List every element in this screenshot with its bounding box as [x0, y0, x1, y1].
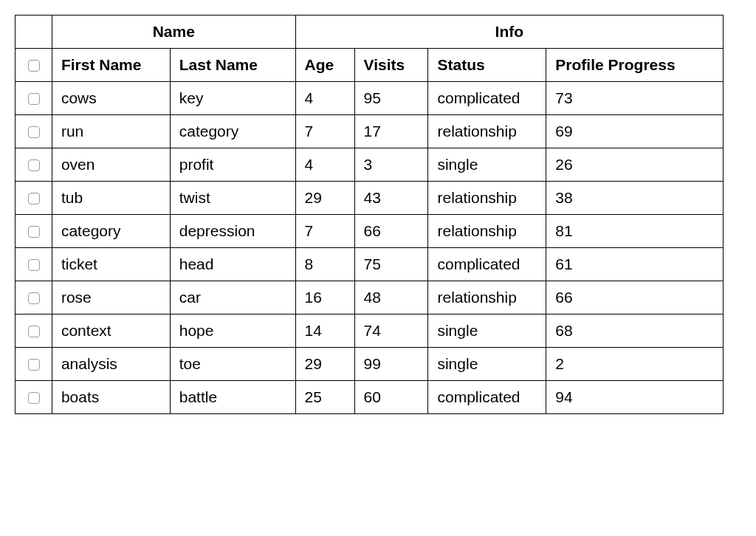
cell-last-name: car	[170, 281, 295, 315]
row-select-cell	[16, 215, 52, 248]
table-row: boatsbattle2560complicated94	[16, 381, 724, 414]
cell-age: 4	[295, 82, 354, 115]
cell-profile-progress: 81	[546, 215, 724, 248]
table-row: contexthope1474single68	[16, 315, 724, 348]
cell-status: relationship	[428, 115, 546, 148]
cell-profile-progress: 61	[546, 248, 724, 281]
cell-profile-progress: 26	[546, 148, 724, 182]
cell-status: single	[428, 348, 546, 381]
cell-visits: 66	[354, 215, 428, 248]
cell-visits: 17	[354, 115, 428, 148]
cell-status: single	[428, 315, 546, 348]
cell-age: 29	[295, 348, 354, 381]
data-table: NameInfoFirst NameLast NameAgeVisitsStat…	[15, 15, 724, 414]
cell-age: 25	[295, 381, 354, 414]
cell-visits: 99	[354, 348, 428, 381]
empty-header-cell	[16, 16, 52, 49]
cell-first-name: boats	[52, 381, 170, 414]
cell-last-name: battle	[170, 381, 295, 414]
group-header-info: Info	[295, 16, 723, 49]
row-select-cell	[16, 381, 52, 414]
table-row: cowskey495complicated73	[16, 82, 724, 115]
cell-visits: 43	[354, 182, 428, 215]
column-header-status: Status	[428, 49, 546, 82]
cell-age: 7	[295, 215, 354, 248]
cell-age: 4	[295, 148, 354, 182]
cell-age: 8	[295, 248, 354, 281]
cell-age: 7	[295, 115, 354, 148]
cell-last-name: toe	[170, 348, 295, 381]
cell-first-name: oven	[52, 148, 170, 182]
cell-status: complicated	[428, 381, 546, 414]
row-select-checkbox[interactable]	[28, 259, 40, 271]
table-row: ovenprofit43single26	[16, 148, 724, 182]
cell-status: relationship	[428, 281, 546, 315]
cell-visits: 95	[354, 82, 428, 115]
cell-first-name: tub	[52, 182, 170, 215]
group-header-name: Name	[52, 16, 295, 49]
table-body: cowskey495complicated73runcategory717rel…	[16, 82, 724, 414]
cell-first-name: cows	[52, 82, 170, 115]
cell-last-name: category	[170, 115, 295, 148]
group-header-row: NameInfo	[16, 16, 724, 49]
column-header-age: Age	[295, 49, 354, 82]
cell-age: 29	[295, 182, 354, 215]
cell-profile-progress: 73	[546, 82, 724, 115]
row-select-checkbox[interactable]	[28, 159, 40, 171]
table-row: tickethead875complicated61	[16, 248, 724, 281]
row-select-checkbox[interactable]	[28, 326, 40, 337]
cell-status: single	[428, 148, 546, 182]
cell-visits: 3	[354, 148, 428, 182]
cell-first-name: analysis	[52, 348, 170, 381]
row-select-checkbox[interactable]	[28, 93, 40, 105]
row-select-cell	[16, 82, 52, 115]
cell-first-name: rose	[52, 281, 170, 315]
row-select-checkbox[interactable]	[28, 292, 40, 304]
column-header-last-name: Last Name	[170, 49, 295, 82]
table-row: rosecar1648relationship66	[16, 281, 724, 315]
row-select-cell	[16, 115, 52, 148]
cell-last-name: hope	[170, 315, 295, 348]
cell-profile-progress: 38	[546, 182, 724, 215]
cell-profile-progress: 66	[546, 281, 724, 315]
column-header-first-name: First Name	[52, 49, 170, 82]
cell-first-name: ticket	[52, 248, 170, 281]
cell-first-name: run	[52, 115, 170, 148]
cell-profile-progress: 69	[546, 115, 724, 148]
select-all-header-cell	[16, 49, 52, 82]
column-header-profile-progress: Profile Progress	[546, 49, 724, 82]
cell-status: complicated	[428, 248, 546, 281]
cell-visits: 48	[354, 281, 428, 315]
row-select-checkbox[interactable]	[28, 126, 40, 138]
cell-profile-progress: 68	[546, 315, 724, 348]
cell-status: complicated	[428, 82, 546, 115]
cell-last-name: profit	[170, 148, 295, 182]
row-select-checkbox[interactable]	[28, 359, 40, 371]
cell-profile-progress: 94	[546, 381, 724, 414]
row-select-cell	[16, 248, 52, 281]
row-select-checkbox[interactable]	[28, 392, 40, 404]
cell-status: relationship	[428, 215, 546, 248]
row-select-checkbox[interactable]	[28, 226, 40, 238]
row-select-checkbox[interactable]	[28, 193, 40, 205]
cell-visits: 75	[354, 248, 428, 281]
cell-age: 16	[295, 281, 354, 315]
cell-visits: 60	[354, 381, 428, 414]
row-select-cell	[16, 348, 52, 381]
row-select-cell	[16, 281, 52, 315]
cell-first-name: category	[52, 215, 170, 248]
row-select-cell	[16, 315, 52, 348]
cell-profile-progress: 2	[546, 348, 724, 381]
table-row: analysistoe2999single2	[16, 348, 724, 381]
cell-last-name: head	[170, 248, 295, 281]
select-all-checkbox[interactable]	[28, 60, 40, 72]
column-header-visits: Visits	[354, 49, 428, 82]
column-header-row: First NameLast NameAgeVisitsStatusProfil…	[16, 49, 724, 82]
cell-last-name: key	[170, 82, 295, 115]
row-select-cell	[16, 182, 52, 215]
cell-status: relationship	[428, 182, 546, 215]
table-header: NameInfoFirst NameLast NameAgeVisitsStat…	[16, 16, 724, 82]
row-select-cell	[16, 148, 52, 182]
table-row: tubtwist2943relationship38	[16, 182, 724, 215]
cell-age: 14	[295, 315, 354, 348]
